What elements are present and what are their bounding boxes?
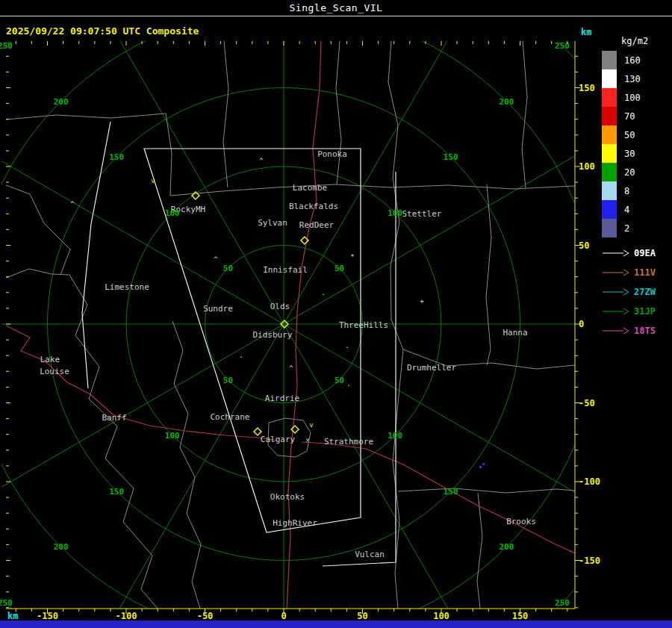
y-tick-label: -150 bbox=[579, 556, 600, 566]
range-ring-label: 250 bbox=[0, 598, 13, 608]
colorbar-swatch bbox=[602, 69, 617, 88]
city-label: Vulcan bbox=[355, 550, 385, 559]
city-label: Blackfalds bbox=[289, 202, 338, 211]
map-symbol: v bbox=[151, 177, 155, 184]
range-ring-label: 50 bbox=[335, 376, 344, 385]
station-row: 31JP bbox=[602, 302, 671, 321]
map-symbol: + bbox=[420, 297, 424, 305]
county-boundary bbox=[223, 41, 228, 187]
vil-echoes bbox=[479, 463, 485, 468]
y-tick-label: 150 bbox=[579, 83, 595, 93]
county-boundary bbox=[6, 114, 166, 119]
radial-line bbox=[75, 324, 284, 628]
station-arrow-icon bbox=[602, 249, 630, 258]
county-boundary bbox=[172, 321, 201, 609]
colorbar-row: 100 bbox=[602, 88, 671, 107]
station-row: 18TS bbox=[602, 321, 671, 341]
map-symbol: v bbox=[309, 421, 313, 429]
colorbar-value: 70 bbox=[624, 111, 635, 122]
city-label: Innisfail bbox=[263, 265, 308, 275]
range-ring-label: 200 bbox=[54, 542, 69, 552]
station-arrow-icon bbox=[602, 287, 630, 296]
city-label: Sylvan bbox=[258, 218, 287, 228]
colorbar-swatch bbox=[602, 219, 617, 237]
range-ring-label: 100 bbox=[388, 208, 402, 218]
colorbar-row: 70 bbox=[602, 107, 671, 125]
station-id: 18TS bbox=[634, 326, 656, 336]
map-symbol: . bbox=[239, 352, 243, 359]
city-label: Cochrane bbox=[211, 412, 250, 422]
range-ring-label: 150 bbox=[444, 487, 458, 497]
range-ring-label: 200 bbox=[54, 97, 69, 107]
legend-panel: kg/m2 16013010070503020842 09EA111V27ZW3… bbox=[602, 36, 671, 341]
scan-boundary bbox=[323, 172, 396, 566]
range-ring-label: 150 bbox=[109, 152, 124, 162]
station-row: 09EA bbox=[602, 243, 671, 263]
county-boundary bbox=[6, 269, 69, 278]
station-id: 09EA bbox=[634, 248, 656, 258]
city-label: Banff bbox=[102, 413, 126, 423]
city-label: Airdrie bbox=[265, 394, 299, 403]
radial-line bbox=[284, 0, 493, 324]
city-label: Okotoks bbox=[270, 492, 305, 502]
county-boundary bbox=[522, 41, 527, 188]
colorbar-value: 8 bbox=[624, 186, 629, 196]
colorbar-value: 130 bbox=[624, 74, 641, 84]
city-label: Ponoka bbox=[317, 149, 347, 159]
colorbar-row: 130 bbox=[602, 69, 671, 88]
city-label: Louise bbox=[40, 367, 69, 376]
app-window: Single_Scan_VIL 2025/09/22 09:07:50 UTC … bbox=[0, 0, 672, 628]
colorbar-row: 50 bbox=[602, 125, 671, 144]
station-legend: 09EA111V27ZW31JP18TS bbox=[602, 243, 671, 341]
colorbar-row: 160 bbox=[602, 51, 671, 69]
colorbar-value: 50 bbox=[624, 130, 635, 140]
range-ring-label: 250 bbox=[555, 598, 570, 608]
map-symbol: . bbox=[346, 380, 350, 388]
county-boundary bbox=[6, 185, 44, 223]
range-ring-label: 100 bbox=[165, 431, 180, 441]
range-ring-label: 150 bbox=[444, 152, 458, 162]
county-boundary bbox=[398, 488, 575, 493]
x-tick-label: -50 bbox=[197, 611, 214, 621]
colorbar-row: 4 bbox=[602, 200, 671, 219]
radial-line bbox=[75, 0, 284, 324]
map-symbol: x bbox=[305, 436, 310, 444]
x-tick-label: 0 bbox=[281, 611, 286, 621]
radar-map[interactable]: ^^^*^vv+....xPonokaLacombeBlackfaldsSylv… bbox=[0, 0, 672, 628]
colorbar-row: 2 bbox=[602, 219, 671, 237]
station-id: 31JP bbox=[634, 306, 656, 317]
county-boundary bbox=[166, 114, 172, 196]
range-ring-label: 100 bbox=[165, 208, 180, 218]
range-ring-label: 200 bbox=[499, 97, 514, 107]
range-ring-label: 50 bbox=[223, 376, 233, 385]
radial-lines bbox=[0, 0, 672, 628]
map-symbol: ^ bbox=[214, 255, 218, 263]
colorbar-swatch bbox=[602, 51, 617, 69]
x-tick-label: 50 bbox=[357, 611, 367, 621]
station-row: 27ZW bbox=[602, 282, 671, 302]
bottom-scrollbar[interactable] bbox=[0, 621, 672, 628]
city-label: Limestone bbox=[105, 282, 149, 292]
colorbar-unit-label: kg/m2 bbox=[621, 36, 671, 46]
city-label: Calgary bbox=[261, 435, 296, 444]
colorbar-swatch bbox=[602, 125, 617, 144]
colorbar-value: 2 bbox=[624, 223, 629, 234]
range-ring-label: 200 bbox=[499, 542, 514, 552]
city-label: Drumheller bbox=[407, 363, 457, 373]
range-ring-label: 50 bbox=[335, 264, 344, 273]
city-label: Brooks bbox=[506, 517, 536, 526]
colorbar-row: 20 bbox=[602, 163, 671, 181]
map-symbol: ^ bbox=[70, 200, 75, 208]
city-label: Lake bbox=[40, 355, 60, 364]
range-rings bbox=[0, 0, 672, 628]
y-tick-label: 50 bbox=[579, 240, 589, 251]
vil-echo bbox=[479, 466, 482, 468]
city-label: Olds bbox=[270, 302, 290, 311]
city-label: ThreeHills bbox=[339, 320, 388, 330]
city-label: Hanna bbox=[503, 328, 527, 338]
range-ring-label: 250 bbox=[0, 41, 13, 51]
map-symbol: ^ bbox=[259, 157, 264, 164]
city-label: Lacombe bbox=[293, 183, 327, 193]
city-label: HighRiver bbox=[273, 518, 317, 528]
colorbar: 16013010070503020842 bbox=[602, 51, 671, 237]
